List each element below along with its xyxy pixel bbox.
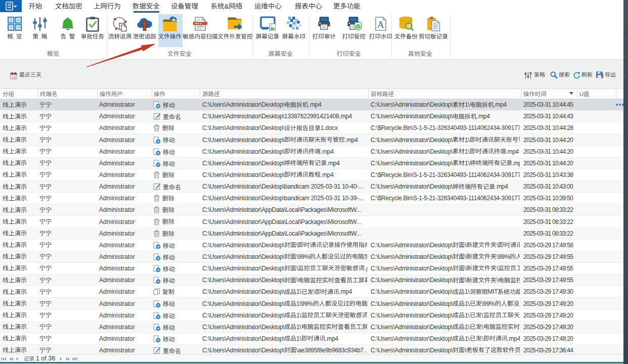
svg-text:23: 23: [12, 75, 16, 79]
svg-text:A: A: [377, 19, 384, 30]
